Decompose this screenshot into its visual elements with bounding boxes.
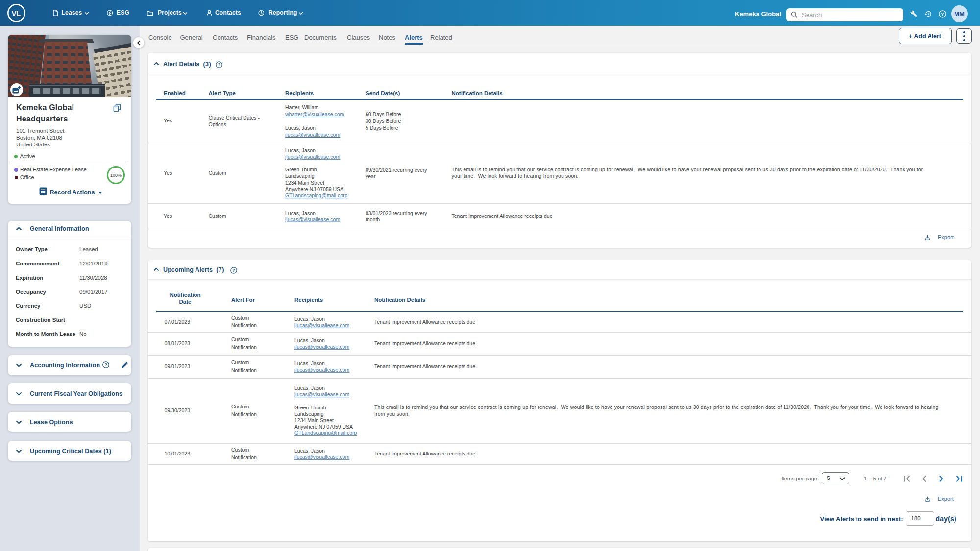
svg-text:?: ? bbox=[232, 268, 235, 273]
svg-text:?: ? bbox=[104, 362, 107, 367]
svg-text:?: ? bbox=[941, 11, 943, 16]
svg-text:?: ? bbox=[218, 62, 220, 67]
svg-text:VL: VL bbox=[12, 10, 21, 18]
